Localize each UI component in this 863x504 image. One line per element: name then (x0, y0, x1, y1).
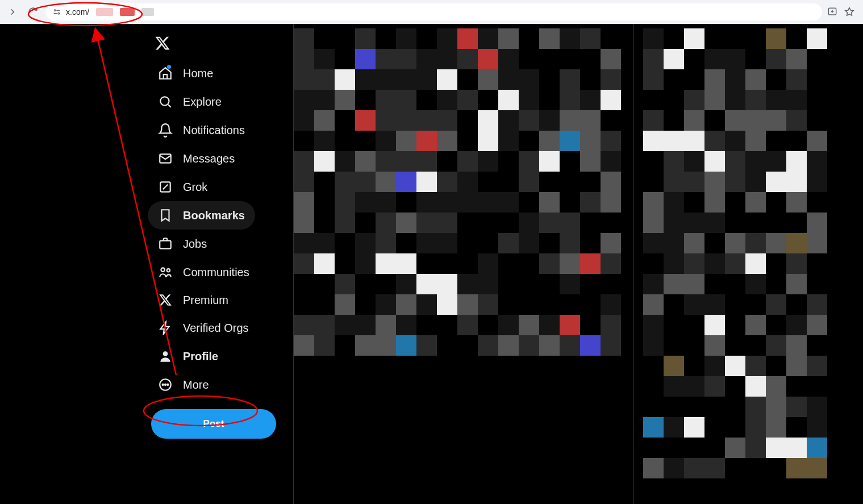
people-icon (158, 265, 173, 280)
sidebar-item-profile[interactable]: Profile (148, 342, 228, 370)
bookmark-icon (158, 208, 173, 223)
sidebar-item-notifications[interactable]: Notifications (148, 116, 255, 144)
grok-icon (158, 180, 173, 194)
sidebar-item-label: Grok (183, 181, 207, 194)
lightning-icon (158, 320, 173, 335)
svg-point-8 (167, 269, 170, 272)
svg-rect-6 (160, 241, 171, 249)
briefcase-icon (158, 236, 173, 251)
sidebar-item-more[interactable]: More (148, 370, 219, 399)
redacted-url-segment (120, 8, 135, 16)
sidebar-item-communities[interactable]: Communities (148, 258, 260, 286)
person-icon (158, 349, 173, 364)
sidebar-nav: Home Explore Notifications Messages Grok (148, 24, 293, 504)
sidebar-item-explore[interactable]: Explore (148, 88, 232, 116)
right-sidebar (634, 24, 850, 504)
browser-forward-button[interactable] (5, 4, 20, 20)
install-app-icon[interactable] (827, 6, 838, 18)
search-icon (158, 94, 173, 109)
browser-address-bar[interactable]: x.com/ (45, 3, 822, 20)
svg-point-12 (165, 384, 166, 385)
sidebar-item-home[interactable]: Home (148, 59, 223, 88)
svg-point-3 (160, 97, 169, 105)
svg-point-0 (54, 10, 56, 11)
sidebar-item-label: Home (183, 67, 213, 80)
svg-point-11 (162, 384, 164, 385)
sidebar-item-messages[interactable]: Messages (148, 144, 245, 173)
browser-url-text: x.com/ (66, 7, 89, 16)
sidebar-item-label: Bookmarks (183, 209, 245, 222)
sidebar-item-label: Profile (183, 350, 218, 363)
sidebar-item-jobs[interactable]: Jobs (148, 230, 217, 258)
left-gutter (0, 24, 148, 504)
sidebar-item-label: Jobs (183, 238, 207, 251)
envelope-icon (158, 151, 173, 166)
sidebar-item-label: Messages (183, 152, 235, 165)
more-circle-icon (158, 377, 173, 392)
bell-icon (158, 123, 173, 138)
site-settings-icon[interactable] (52, 7, 61, 16)
redacted-url-segment (96, 8, 113, 16)
svg-point-1 (58, 13, 60, 14)
sidebar-item-grok[interactable]: Grok (148, 173, 218, 201)
app-root: Home Explore Notifications Messages Grok (0, 24, 863, 504)
sidebar-item-label: Verified Orgs (183, 322, 249, 335)
browser-reload-button[interactable] (25, 4, 41, 20)
sidebar-item-label: Notifications (183, 124, 245, 137)
sidebar-item-label: More (183, 378, 209, 391)
post-button[interactable]: Post (151, 409, 276, 439)
bookmark-star-icon[interactable] (844, 6, 855, 18)
sidebar-item-label: Premium (183, 294, 228, 307)
redacted-content (294, 28, 633, 356)
redacted-content (643, 28, 841, 478)
sidebar-item-bookmarks[interactable]: Bookmarks (148, 201, 255, 230)
main-timeline (293, 24, 634, 504)
sidebar-item-label: Explore (183, 95, 222, 109)
redacted-url-segment (141, 8, 154, 16)
notification-dot (167, 65, 171, 69)
x-icon (158, 293, 173, 307)
sidebar-item-premium[interactable]: Premium (148, 286, 239, 314)
svg-point-7 (161, 268, 165, 272)
svg-point-13 (167, 384, 168, 385)
sidebar-item-verified-orgs[interactable]: Verified Orgs (148, 314, 259, 342)
browser-toolbar: x.com/ (0, 0, 863, 24)
home-icon (158, 66, 173, 81)
sidebar-item-label: Communities (183, 266, 249, 279)
x-logo[interactable] (148, 30, 177, 59)
svg-point-9 (163, 351, 168, 356)
